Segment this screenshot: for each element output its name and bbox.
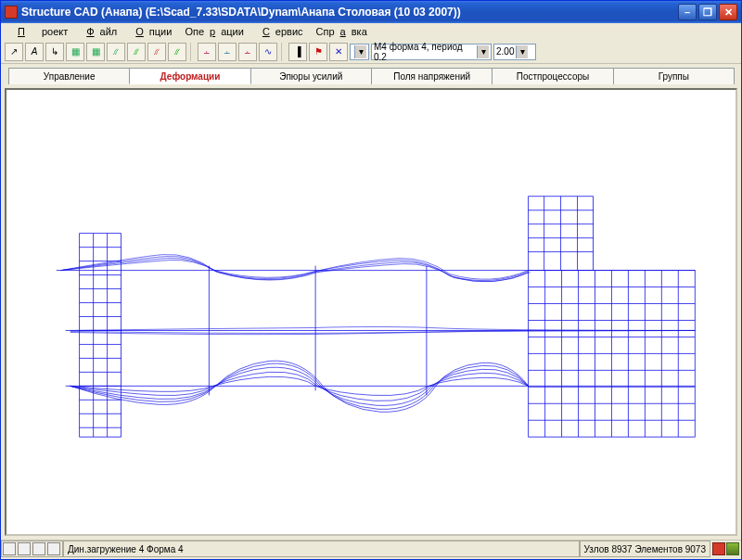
- title-bar: Structure CAD (Анапа) (E:\Scad_7.33\SDAT…: [1, 1, 741, 23]
- status-bar: Дин.загружение 4 Форма 4 Узлов 8937 Элем…: [1, 540, 741, 557]
- tool-flag-icon[interactable]: ⚑: [309, 43, 327, 61]
- menu-help[interactable]: Справка: [311, 25, 373, 38]
- status-right-pane: Узлов 8937 Элементов 9073: [580, 541, 710, 557]
- tab-control[interactable]: Управление: [8, 68, 130, 84]
- minimize-button[interactable]: –: [678, 4, 697, 20]
- scale-combo[interactable]: 2.00▾: [493, 44, 536, 60]
- menu-project[interactable]: Проект: [6, 25, 73, 38]
- menu-options[interactable]: Опции: [124, 25, 177, 38]
- tray-icon-2[interactable]: [726, 542, 739, 555]
- tool-door-icon[interactable]: ▐: [288, 43, 307, 61]
- menu-file[interactable]: Файл: [75, 25, 122, 38]
- tab-postprocessors[interactable]: Постпроцессоры: [492, 68, 613, 84]
- tab-strip: Управление Деформации Эпюры усилий Поля …: [1, 64, 741, 84]
- tab-deformations[interactable]: Деформации: [129, 68, 250, 84]
- menu-bar: Проект Файл Опции Операции Сервис Справк…: [1, 23, 741, 40]
- toolbar-separator: [190, 43, 194, 61]
- tool-chart2-icon[interactable]: ⫠: [218, 43, 237, 61]
- status-icon-1[interactable]: [3, 542, 16, 555]
- close-button[interactable]: ✕: [719, 4, 737, 20]
- status-left-text: Дин.загружение 4 Форма 4: [68, 544, 184, 554]
- menu-service[interactable]: Сервис: [251, 25, 309, 38]
- tray-icon-1[interactable]: [712, 542, 725, 555]
- status-left-pane: Дин.загружение 4 Форма 4: [63, 541, 580, 557]
- tool-wave-icon[interactable]: ∿: [259, 43, 277, 61]
- tab-groups[interactable]: Группы: [613, 68, 735, 84]
- status-right-text: Узлов 8937 Элементов 9073: [584, 544, 706, 554]
- tool-crop-icon[interactable]: ↳: [45, 43, 64, 61]
- chevron-down-icon: ▾: [477, 45, 489, 58]
- viewport[interactable]: [5, 88, 737, 536]
- status-icon-pane: [1, 541, 63, 557]
- tool-hatch4-icon[interactable]: ⫽: [168, 43, 186, 61]
- tool-arrow-combo[interactable]: ▾: [350, 44, 369, 60]
- tool-x-icon[interactable]: ✕: [329, 43, 348, 61]
- app-icon: [5, 6, 18, 19]
- tool-hatch3-icon[interactable]: ⫽: [147, 43, 166, 61]
- tool-arrow-icon[interactable]: ↗: [5, 43, 23, 61]
- window-title: Structure CAD (Анапа) (E:\Scad_7.33\SDAT…: [21, 6, 678, 19]
- tool-hatch1-icon[interactable]: ⫽: [107, 43, 125, 61]
- tab-diagrams[interactable]: Эпюры усилий: [250, 68, 372, 84]
- status-icon-4[interactable]: [47, 542, 60, 555]
- canvas-area: [1, 84, 741, 540]
- scale-combo-value: 2.00: [496, 46, 514, 57]
- toolbar: ↗ A ↳ ▦ ▦ ⫽ ⫽ ⫽ ⫽ ⫠ ⫠ ⫠ ∿ ▐ ⚑ ✕ ▾ M4 фор…: [1, 40, 741, 64]
- deformation-plot: [6, 90, 736, 534]
- mode-combo[interactable]: M4 форма 4, период 0.2▾: [371, 44, 492, 60]
- tab-stress-fields[interactable]: Поля напряжений: [371, 68, 493, 84]
- maximize-button[interactable]: ❐: [698, 4, 717, 20]
- chevron-down-icon: ▾: [516, 45, 528, 58]
- tool-hatch2-icon[interactable]: ⫽: [127, 43, 146, 61]
- menu-operations[interactable]: Операции: [179, 25, 249, 38]
- tool-a-icon[interactable]: A: [25, 43, 44, 61]
- mode-combo-value: M4 форма 4, период 0.2: [374, 42, 475, 62]
- status-icon-2[interactable]: [18, 542, 31, 555]
- toolbar-separator: [281, 43, 285, 61]
- tool-chart3-icon[interactable]: ⫠: [238, 43, 257, 61]
- tool-chart1-icon[interactable]: ⫠: [198, 43, 216, 61]
- tool-grid2-icon[interactable]: ▦: [86, 43, 105, 61]
- status-icon-3[interactable]: [32, 542, 45, 555]
- status-tray: [710, 542, 741, 555]
- tool-grid1-icon[interactable]: ▦: [66, 43, 84, 61]
